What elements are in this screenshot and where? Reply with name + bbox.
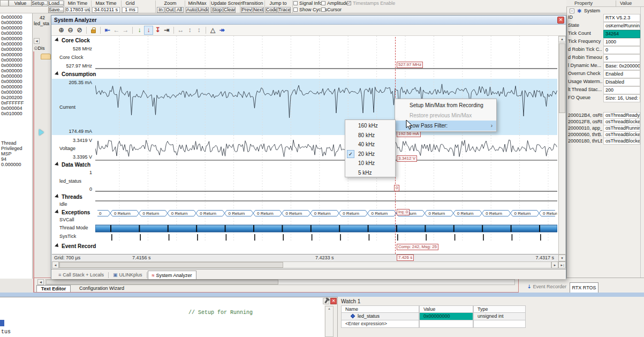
property-value[interactable]: osKernelRunning	[603, 22, 640, 30]
vscroll-down-button[interactable]: ▼	[558, 254, 566, 261]
all-transitions-icon[interactable]: ↧	[153, 26, 162, 35]
property-value[interactable]: Disabled	[603, 78, 640, 86]
hscroll-left-button[interactable]: ◄	[52, 261, 59, 268]
lock-icon[interactable]	[89, 26, 98, 35]
fit-amplitude-icon[interactable]: ↕	[194, 26, 203, 35]
submenu-item-80-khz[interactable]: 80 kHz	[345, 131, 395, 140]
collapse-triangle-icon[interactable]	[55, 194, 60, 199]
vscroll-up-button[interactable]: ▲	[558, 36, 566, 42]
goto-end-icon[interactable]: ⇥	[162, 26, 171, 35]
cursor-checkbox[interactable]: Cursor	[321, 7, 342, 13]
transition-prev-button[interactable]: Prev	[241, 7, 252, 13]
checkbox-box[interactable]	[293, 1, 298, 5]
property-value[interactable]: 5	[603, 54, 640, 62]
scroll-up-icon[interactable]: ▲	[325, 306, 333, 311]
collapse-triangle-icon[interactable]	[55, 71, 60, 77]
checkbox-box[interactable]	[321, 1, 325, 5]
min-time-value[interactable]: 0.17803 us	[65, 7, 90, 13]
checkbox-box[interactable]	[293, 8, 298, 12]
zoom-all-icon[interactable]: ⊘	[75, 26, 84, 35]
property-value[interactable]: RTX V5.2.3	[603, 14, 640, 22]
fit-vertical-icon[interactable]: ↕	[185, 26, 194, 35]
tab-event-recorder[interactable]: ⇣Event Recorder	[527, 284, 566, 291]
fit-time-icon[interactable]: ↔	[176, 26, 185, 35]
hscroll-end-button[interactable]: ►|	[558, 261, 566, 268]
jump-code-button[interactable]: Code	[266, 7, 277, 13]
menu-item-setup-min-max-from-recording[interactable]: Setup Min/Max from Recording	[395, 100, 496, 110]
minmax-auto-button[interactable]: Auto	[186, 7, 197, 13]
arrow-left-icon[interactable]: ←	[112, 26, 121, 35]
submenu-item-10-khz[interactable]: 10 kHz	[345, 159, 395, 168]
zoom-in-button[interactable]: In	[157, 7, 164, 13]
trigger-icon[interactable]: △	[208, 26, 217, 35]
section-data-watch[interactable]: Data Watch	[55, 161, 90, 168]
watch-column-header-value[interactable]: Value	[419, 305, 473, 313]
section-event-recorder[interactable]: Event Record	[55, 243, 96, 250]
close-icon[interactable]: ✕	[557, 17, 564, 24]
tree-expander-icon[interactable]: −	[570, 9, 574, 13]
close-panel-button[interactable]: ✕	[330, 298, 337, 304]
jump-trace-button[interactable]: Trace	[278, 7, 291, 13]
submenu-item-160-khz[interactable]: 160 kHz	[345, 121, 395, 131]
checkbox-box[interactable]	[321, 8, 325, 12]
hscroll-thumb[interactable]	[59, 262, 283, 268]
watch-column-header-name[interactable]: Name	[341, 305, 419, 313]
vscroll-thumb[interactable]	[559, 43, 565, 113]
property-value[interactable]: 200	[603, 86, 640, 94]
save-button[interactable]: Save...	[48, 7, 64, 13]
code-editor[interactable]	[0, 297, 324, 337]
watch-column-header-type[interactable]: Type	[473, 305, 526, 313]
collapse-triangle-icon[interactable]	[55, 209, 60, 215]
value-column-header[interactable]: Value	[9, 0, 32, 6]
cursor-jump-icon[interactable]: ↠	[217, 26, 226, 35]
analyzer-tab-ulinkplus[interactable]: ▣ULINKplus	[109, 271, 146, 279]
editor-tab-text-editor[interactable]: Text Editor	[36, 285, 71, 292]
section-exceptions[interactable]: Exceptions	[55, 209, 90, 216]
editor-hscroll-thumb[interactable]	[46, 280, 278, 284]
editor-vscrollbar[interactable]: ▲	[325, 306, 334, 337]
signal-plot[interactable]: 00 Return0 Return0 Return0 Return0 Retur…	[95, 36, 557, 254]
submenu-item-20-khz[interactable]: ✓20 kHz	[345, 149, 395, 159]
mini-scroll-left-button[interactable]: ◄	[34, 38, 40, 44]
disassembly-peek[interactable]: ⊙Dis	[34, 46, 51, 51]
property-value[interactable]: Base: 0x20000000, 9	[603, 62, 640, 70]
zoom-all-button[interactable]: All	[175, 7, 184, 13]
property-value[interactable]: 34264	[603, 30, 640, 38]
value-column-header-right[interactable]: Value	[620, 1, 632, 6]
collapse-triangle-icon[interactable]	[55, 162, 60, 167]
thread-property-value[interactable]: osThreadBlocked,	[603, 138, 640, 145]
splitter-band[interactable]	[0, 293, 644, 297]
collapse-triangle-icon[interactable]	[55, 243, 60, 249]
next-transition-icon[interactable]: ↓	[144, 26, 153, 35]
grid-value[interactable]: 1 ms	[122, 7, 138, 13]
zoom-out-button[interactable]: Out	[165, 7, 175, 13]
max-time-value[interactable]: 34.01211 s	[92, 7, 120, 13]
property-column-header[interactable]: Property	[574, 1, 593, 6]
hscroll-right-button[interactable]: ►	[551, 261, 558, 268]
system-analyzer-window[interactable]: System Analyzer ✕ ⊕⊖⊘⇤←→↓↓↧⇥↔↕↕△↠ 00 Ret…	[51, 15, 566, 279]
update-clear-button[interactable]: Clear	[223, 7, 236, 13]
load-button[interactable]: Load...	[48, 1, 64, 6]
analyzer-tab-system-analyzer[interactable]: ≈System Analyzer	[148, 271, 196, 279]
zoom-in-icon[interactable]: ⊕	[57, 26, 66, 35]
pin-button[interactable]	[323, 298, 329, 304]
minmax-undo-button[interactable]: Undo	[198, 7, 209, 13]
watch-enter-expression-cell[interactable]: <Enter expression>	[341, 320, 419, 328]
update-stop-button[interactable]: Stop	[211, 7, 223, 13]
zoom-out-icon[interactable]: ⊖	[66, 26, 75, 35]
property-value[interactable]: Size: 16, Used: 0	[603, 94, 640, 102]
goto-cursor-left-icon[interactable]: ⇤	[103, 26, 112, 35]
submenu-item-5-khz[interactable]: 5 kHz	[345, 168, 395, 178]
section-consumption[interactable]: Consumption	[55, 71, 96, 78]
property-value[interactable]: Enabled	[603, 70, 640, 78]
section-core-clock[interactable]: Core Clock	[55, 37, 90, 44]
section-threads[interactable]: Threads	[55, 193, 82, 200]
window-titlebar[interactable]: System Analyzer	[51, 16, 566, 25]
system-tree-node[interactable]: System	[584, 8, 600, 13]
property-value[interactable]: 0	[603, 46, 640, 54]
prev-transition-icon[interactable]: ↓	[135, 26, 144, 35]
analyzer-tab-call-stack-locals[interactable]: ≡Call Stack + Locals	[55, 271, 108, 279]
editor-hscroll-left-button[interactable]: ◄	[37, 279, 44, 285]
signal-info-checkbox[interactable]: Signal Info	[293, 1, 322, 6]
submenu-item-40-khz[interactable]: 40 kHz	[345, 140, 395, 149]
